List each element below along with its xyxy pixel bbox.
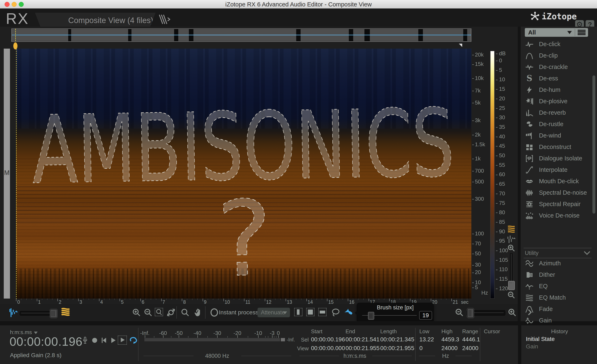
sel-low-value[interactable]: 13.22 xyxy=(419,336,434,343)
sidebar-item-de-wind[interactable]: De-wind xyxy=(521,130,597,141)
hand-tool-button[interactable] xyxy=(193,308,203,317)
sidebar-item-dialogue-isolate[interactable]: Dialogue Isolate xyxy=(521,153,597,164)
time-frequency-selection-tool[interactable] xyxy=(306,308,314,316)
waveform-view-icon[interactable] xyxy=(507,235,516,243)
spectrogram-display[interactable]: AMBISONICS ? xyxy=(16,49,471,299)
sidebar-item-de-crackle[interactable]: De-crackle xyxy=(521,61,597,73)
sel-high-value[interactable]: 4459.3 xyxy=(441,336,459,343)
sidebar-item-interpolate[interactable]: Interpolate xyxy=(521,164,597,175)
sidebar-item-de-click[interactable]: De-click xyxy=(521,38,597,50)
brush-size-handle[interactable] xyxy=(368,312,374,320)
process-mode-dropdown[interactable]: Attenuate xyxy=(258,308,290,317)
tab-composite-view[interactable]: Composite View (4 files) xyxy=(35,13,156,27)
history-item-initial-state[interactable]: Initial State xyxy=(526,336,555,342)
vertical-zoom-handle[interactable] xyxy=(508,281,515,290)
play-selection-button[interactable] xyxy=(118,335,127,345)
view-low-value[interactable]: 0 xyxy=(419,345,423,351)
zoom-in-button[interactable] xyxy=(132,308,141,317)
tab-overflow-icon[interactable] xyxy=(157,13,171,26)
freq-tick-label: 30 xyxy=(472,262,481,268)
frequency-unit-label: Hz xyxy=(481,290,488,296)
sel-start-value[interactable]: 00:00:00.196 xyxy=(311,336,345,343)
horizontal-zoom-out-icon[interactable] xyxy=(455,308,464,317)
ruler-tick xyxy=(203,299,203,301)
sidebar-item-eq-match[interactable]: EQ Match xyxy=(521,292,597,303)
meter-minor-tick xyxy=(171,336,171,338)
db-tick-label: 30 xyxy=(496,114,505,121)
view-start-value[interactable]: 00:00:00.000 xyxy=(311,345,345,351)
sidebar-item-dither[interactable]: Dither xyxy=(521,269,597,281)
play-button[interactable] xyxy=(109,336,117,344)
sidebar-item-deconstruct[interactable]: Deconstruct xyxy=(521,141,597,153)
instant-process-toggle[interactable] xyxy=(210,308,219,317)
view-high-value[interactable]: 24000 xyxy=(441,345,458,351)
expand-panel-icon[interactable] xyxy=(526,309,533,316)
playhead-marker[interactable] xyxy=(13,42,17,49)
sidebar-item-de-hum[interactable]: De-hum xyxy=(521,84,597,96)
waveform-spectrogram-blend-slider[interactable] xyxy=(19,311,55,316)
lasso-selection-tool[interactable] xyxy=(331,308,340,317)
list-view-icon[interactable] xyxy=(578,30,586,35)
time-selection-tool[interactable] xyxy=(294,308,302,316)
history-item-gain[interactable]: Gain xyxy=(526,343,538,350)
channel-strip[interactable]: M xyxy=(4,49,10,299)
module-filter-dropdown[interactable]: All xyxy=(525,28,588,37)
loop-button[interactable] xyxy=(129,336,137,344)
waveform-overview[interactable] xyxy=(11,29,471,42)
sel-range-value[interactable]: 4446.1 xyxy=(462,336,480,343)
de-hum-icon xyxy=(525,86,534,94)
ruler-minor-tick xyxy=(26,299,27,300)
view-length-value[interactable]: 00:00:21.955 xyxy=(380,345,414,351)
meter-tick xyxy=(179,335,179,338)
sidebar-item-eq[interactable]: EQ xyxy=(521,281,597,292)
view-end-value[interactable]: 00:00:21.955 xyxy=(346,345,380,351)
magnify-tool-button[interactable] xyxy=(181,308,190,317)
horizontal-zoom-handle[interactable] xyxy=(467,308,474,318)
vertical-zoom-in-icon[interactable] xyxy=(507,244,516,252)
sidebar-item-voice-de-noise[interactable]: Voice De-noise xyxy=(521,210,597,221)
sidebar-item-mouth-de-click[interactable]: Mouth De-click xyxy=(521,175,597,187)
sidebar-item-gain[interactable]: Gain xyxy=(521,315,597,326)
status-message: Applied Gain (2.8 s) xyxy=(10,352,61,359)
current-time-display[interactable]: 00:00:00.196 xyxy=(9,334,83,349)
ruler-tick xyxy=(431,299,431,301)
zoom-reset-button[interactable] xyxy=(166,308,176,317)
sidebar-item-de-ess[interactable]: SDe-ess xyxy=(521,73,597,84)
sidebar-item-azimuth[interactable]: Azimuth xyxy=(521,258,597,269)
de-wind-icon xyxy=(525,131,534,140)
title-bar: iZotope RX 6 Advanced Audio Editor - Com… xyxy=(0,0,597,8)
brush-size-value[interactable]: 19 xyxy=(419,311,432,320)
sidebar-item-de-rustle[interactable]: De-rustle xyxy=(521,118,597,130)
spectrogram-view-icon[interactable] xyxy=(507,225,516,233)
record-button[interactable] xyxy=(91,336,99,344)
record-monitor-mic-icon[interactable] xyxy=(81,336,89,344)
ruler-minor-tick xyxy=(234,299,234,300)
meter-tick xyxy=(272,335,273,338)
frequency-selection-tool[interactable] xyxy=(318,308,327,316)
sidebar-item-spectral-repair[interactable]: Spectral Repair xyxy=(521,198,597,210)
sidebar-item-de-plosive[interactable]: De-plosive xyxy=(521,96,597,107)
vertical-zoom-out-icon[interactable] xyxy=(507,291,516,299)
status-divider xyxy=(480,328,480,361)
caret-down-icon xyxy=(567,31,572,34)
brush-selection-tool[interactable] xyxy=(344,308,353,317)
svg-text:S: S xyxy=(526,74,532,83)
sel-end-value[interactable]: 00:00:21.541 xyxy=(346,336,380,343)
go-to-start-button[interactable] xyxy=(100,336,108,344)
sidebar-item-de-reverb[interactable]: De-reverb xyxy=(521,107,597,118)
zoom-selection-button[interactable] xyxy=(155,308,163,316)
freq-tick-label: 7k xyxy=(472,87,480,94)
blend-slider-handle[interactable] xyxy=(50,309,57,318)
utility-section-header[interactable]: Utility xyxy=(524,248,592,258)
sel-length-value[interactable]: 00:00:21.345 xyxy=(380,336,414,343)
view-range-value[interactable]: 24000 xyxy=(462,345,479,351)
sidebar-item-de-clip[interactable]: De-clip xyxy=(521,50,597,61)
playhead-line[interactable] xyxy=(16,49,17,299)
zoom-out-button[interactable] xyxy=(143,308,153,317)
process-mode-value: Attenuate xyxy=(261,309,285,316)
sidebar-scrollbar[interactable] xyxy=(592,76,595,213)
caret-down-icon xyxy=(34,332,38,334)
sidebar-item-spectral-de-noise[interactable]: Spectral De-noise xyxy=(521,187,597,198)
horizontal-zoom-in-icon[interactable] xyxy=(508,308,517,317)
db-tick-label: 95 xyxy=(496,238,505,244)
